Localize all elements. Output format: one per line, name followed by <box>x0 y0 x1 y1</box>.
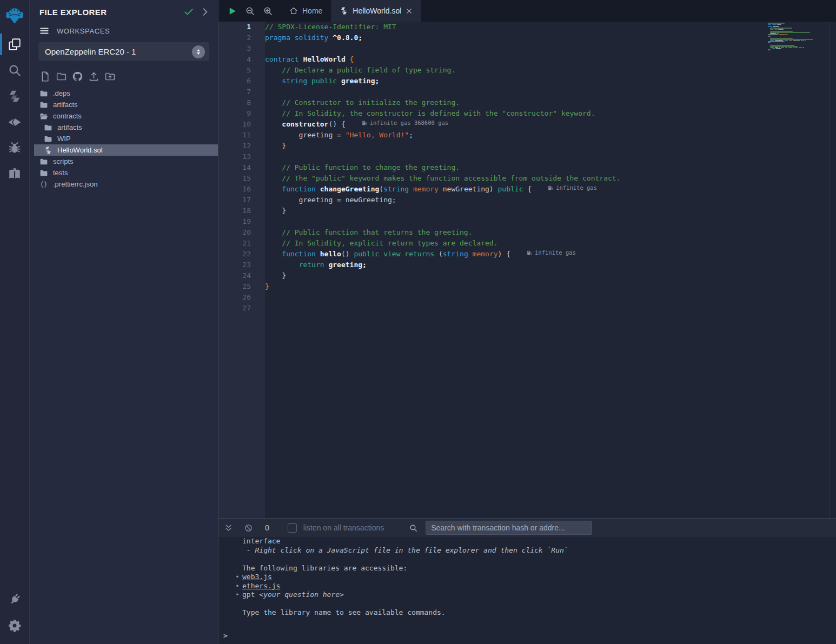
gutter-line-number[interactable]: 21 <box>218 238 251 249</box>
terminal-expand-icon[interactable] <box>224 523 233 533</box>
code-line[interactable]: greeting = newGreeting; <box>265 195 760 205</box>
code-line[interactable]: function hello() public view returns (st… <box>265 249 760 260</box>
load-local-folder-button[interactable] <box>104 71 116 82</box>
gutter-line-number[interactable]: 3 <box>218 43 251 54</box>
gutter-line-number[interactable]: 9 <box>218 108 251 119</box>
check-icon[interactable] <box>183 6 194 17</box>
run-script-button[interactable] <box>227 6 237 16</box>
gutter-line-number[interactable]: 26 <box>218 292 251 303</box>
gutter-line-number[interactable]: 27 <box>218 303 251 314</box>
close-tab-icon[interactable] <box>406 8 413 15</box>
code-line[interactable] <box>265 216 760 227</box>
code-line[interactable] <box>265 43 760 54</box>
gutter-line-number[interactable]: 10 <box>218 119 251 130</box>
gutter-line-number[interactable]: 6 <box>218 76 251 87</box>
code-line[interactable]: } <box>265 205 760 216</box>
code-line[interactable]: // In Solidity, the constructor is defin… <box>265 108 760 119</box>
code-line[interactable]: function changeGreeting(string memory ne… <box>265 184 760 195</box>
code-line[interactable]: // Declare a public field of type string… <box>265 65 760 76</box>
gutter-line-number[interactable]: 12 <box>218 141 251 151</box>
new-folder-button[interactable] <box>56 71 67 82</box>
code-line[interactable]: // Constructor to initialize the greetin… <box>265 97 760 108</box>
code-line[interactable]: pragma solidity ^0.8.0; <box>265 32 760 43</box>
tree-item-.prettierrc.json[interactable]: .prettierrc.json <box>30 178 218 190</box>
code-line[interactable]: } <box>265 281 760 292</box>
tree-item-tests[interactable]: tests <box>30 167 218 178</box>
gutter-line-number[interactable]: 14 <box>218 162 251 173</box>
terminal-search-input[interactable] <box>426 521 592 535</box>
code-line[interactable]: greeting = "Hello, World!"; <box>265 130 760 141</box>
tree-item-scripts[interactable]: scripts <box>30 156 218 167</box>
terminal-prompt[interactable]: > <box>223 632 228 640</box>
sidebar-deploy-run[interactable] <box>0 109 29 135</box>
workspace-selected-value: OpenZeppelin ERC20 - 1 <box>45 47 192 56</box>
terminal-clear-icon[interactable] <box>244 523 253 533</box>
sidebar-remix-logo[interactable] <box>0 0 29 31</box>
gutter-line-number[interactable]: 25 <box>218 281 251 292</box>
clone-github-button[interactable] <box>72 71 83 82</box>
workspace-switch-icon[interactable] <box>192 45 205 58</box>
listen-transactions-checkbox[interactable] <box>288 523 297 533</box>
editor-minimap[interactable] <box>768 22 829 54</box>
chevron-right-icon[interactable] <box>200 6 210 17</box>
code-line[interactable]: constructor() {infinite gas 368600 gas <box>265 119 760 130</box>
code-line[interactable]: string public greeting; <box>265 76 760 87</box>
workspace-select[interactable]: OpenZeppelin ERC20 - 1 <box>38 42 209 61</box>
tree-item-contracts[interactable]: contracts <box>30 110 218 122</box>
tree-item-artifacts[interactable]: artifacts <box>30 99 218 110</box>
code-line[interactable]: } <box>265 270 760 281</box>
sidebar-debugger[interactable] <box>0 135 29 161</box>
zoom-in-button[interactable] <box>263 6 273 16</box>
sidebar-settings[interactable] <box>0 613 29 639</box>
sidebar-file-explorer[interactable] <box>0 31 29 57</box>
code-line[interactable] <box>265 87 760 97</box>
gutter-line-number[interactable]: 5 <box>218 65 251 76</box>
tab-HelloWorld.sol[interactable]: HelloWorld.sol <box>331 0 421 22</box>
code-line[interactable]: // Public function to change the greetin… <box>265 162 760 173</box>
gutter-line-number[interactable]: 17 <box>218 195 251 205</box>
gutter-line-number[interactable]: 7 <box>218 87 251 97</box>
gutter-line-number[interactable]: 4 <box>218 54 251 65</box>
editor-scrollbar[interactable] <box>829 22 836 518</box>
gutter-line-number[interactable]: 24 <box>218 270 251 281</box>
gutter-line-number[interactable]: 2 <box>218 32 251 43</box>
zoom-out-button[interactable] <box>245 6 255 16</box>
sidebar-search[interactable] <box>0 57 29 83</box>
code-line[interactable] <box>265 151 760 162</box>
folder-icon <box>39 169 48 177</box>
search-icon <box>8 63 22 77</box>
new-file-button[interactable] <box>39 71 51 82</box>
sidebar-solidity-compiler[interactable] <box>0 83 29 109</box>
gutter-line-number[interactable]: 8 <box>218 97 251 108</box>
code-line[interactable] <box>265 303 760 314</box>
code-line[interactable]: // Public function that returns the gree… <box>265 227 760 238</box>
sidebar-learneth[interactable] <box>0 161 29 187</box>
tab-Home[interactable]: Home <box>281 0 331 22</box>
code-line[interactable]: // The "public" keyword makes the functi… <box>265 173 760 184</box>
code-line[interactable] <box>265 292 760 303</box>
gutter-line-number[interactable]: 18 <box>218 205 251 216</box>
code-line[interactable]: } <box>265 141 760 151</box>
web3.js-link[interactable]: web3.js <box>242 573 272 581</box>
hamburger-menu-icon[interactable] <box>39 26 49 36</box>
gutter-line-number[interactable]: 19 <box>218 216 251 227</box>
gutter-line-number[interactable]: 13 <box>218 151 251 162</box>
code-line[interactable]: // In Solidity, explicit return types ar… <box>265 238 760 249</box>
ethers.js-link[interactable]: ethers.js <box>242 582 280 590</box>
tree-item-.deps[interactable]: .deps <box>30 88 218 99</box>
gutter-line-number[interactable]: 11 <box>218 130 251 141</box>
tree-item-WIP[interactable]: WIP <box>30 133 218 144</box>
gutter-line-number[interactable]: 23 <box>218 260 251 270</box>
gutter-line-number[interactable]: 20 <box>218 227 251 238</box>
gutter-line-number[interactable]: 1 <box>218 22 251 32</box>
code-line[interactable]: return greeting; <box>265 260 760 270</box>
tree-item-artifacts[interactable]: artifacts <box>30 122 218 133</box>
code-line[interactable]: contract HelloWorld { <box>265 54 760 65</box>
gutter-line-number[interactable]: 22 <box>218 249 251 260</box>
gutter-line-number[interactable]: 16 <box>218 184 251 195</box>
sidebar-plugin-manager[interactable] <box>0 587 29 613</box>
publish-workspace-button[interactable] <box>88 71 99 82</box>
code-line[interactable]: // SPDX-License-Identifier: MIT <box>265 22 760 32</box>
tree-item-HelloWorld.sol[interactable]: HelloWorld.sol <box>34 144 218 156</box>
gutter-line-number[interactable]: 15 <box>218 173 251 184</box>
